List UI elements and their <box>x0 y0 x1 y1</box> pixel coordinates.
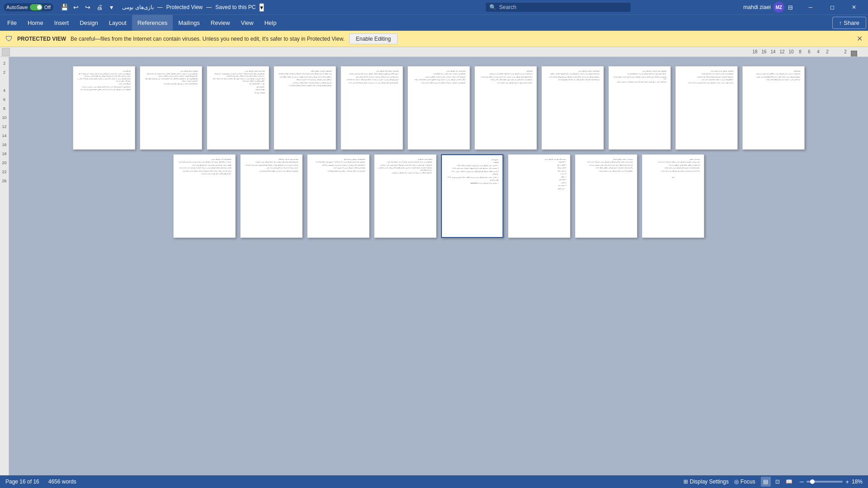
page-thumb-17[interactable]: پیوست الف: فهرست بازی‌های بومی ۱. الک دو… <box>508 154 570 238</box>
page-thumb-9[interactable]: فصل نهم: نقش خانواده در بازی‌های بومی خا… <box>608 66 671 150</box>
search-input[interactable] <box>499 4 627 10</box>
page-thumb-19[interactable]: پیوست ج: تصاویر در این پیوست تصاویری از … <box>642 154 704 238</box>
redo-btn[interactable]: ↪ <box>82 2 93 13</box>
page-thumb-18[interactable]: پیوست ب: نقشه پراکنش بازی‌ها در این پیوس… <box>575 154 637 238</box>
page-thumb-10[interactable]: فصل دهم: بازی‌های بومی و هویت ملی بازی‌ه… <box>675 66 738 150</box>
page-content-6: فصل ششم: تاثیر بازی‌های بومی بازی‌های بو… <box>408 66 470 149</box>
share-button[interactable]: ↑ Share <box>832 17 866 29</box>
window-controls: ─ ◻ ✕ <box>800 0 864 14</box>
menu-layout[interactable]: Layout <box>104 15 132 31</box>
user-avatar[interactable]: MZ <box>773 2 784 13</box>
page-thumb-3[interactable]: فصل سوم: اهمیت بازی‌های بومی بازی‌های بو… <box>207 66 269 150</box>
zoom-in-btn[interactable]: + <box>845 479 849 485</box>
print-btn[interactable]: 🖨 <box>94 2 105 13</box>
page-info: Page 16 of 16 <box>5 479 39 485</box>
search-section: 🔍 <box>374 3 744 12</box>
protected-view-bar: 🛡 PROTECTED VIEW Be careful—files from t… <box>0 31 868 47</box>
minimize-btn[interactable]: ─ <box>800 0 821 14</box>
user-initials: MZ <box>776 5 782 10</box>
user-info: mahdi ziaei MZ <box>743 2 784 13</box>
main-area: 2 2 4 6 8 10 12 14 16 18 20 22 26 بازی‌ه… <box>0 57 868 475</box>
zoom-out-btn[interactable]: ─ <box>800 479 804 485</box>
menu-home[interactable]: Home <box>22 15 49 31</box>
page-content-4: فصل چهارم: بازی‌ها در مناطق مختلف در هر … <box>274 66 336 149</box>
page-content-9: فصل نهم: نقش خانواده در بازی‌های بومی خا… <box>609 66 670 149</box>
page-thumb-13[interactable]: فصل سیزدهم: تجربیات بین‌المللی کشورهای م… <box>240 154 303 238</box>
page-thumb-1[interactable]: بازی‌های بومی بازی‌های بومی بخشی جدایی‌ن… <box>73 66 135 150</box>
close-btn[interactable]: ✕ <box>844 0 864 14</box>
page-thumb-11[interactable]: فصل یازدهم در این فصل به بررسی تاثیر باز… <box>742 66 805 150</box>
zoom-level: 18% <box>852 479 863 485</box>
customize-btn[interactable]: ▾ <box>106 2 117 13</box>
view-icons: ▤ ⊡ 📖 <box>761 477 794 487</box>
ruler-corner <box>2 48 10 56</box>
menu-help[interactable]: Help <box>259 15 282 31</box>
zoom-section: ─ + 18% <box>800 479 863 485</box>
user-name: mahdi ziaei <box>743 4 771 10</box>
pages-row-2: فصل دوازدهم: آینده بازی‌های بومی با توجه… <box>18 154 859 238</box>
web-layout-btn[interactable]: ⊡ <box>773 477 783 487</box>
menu-references[interactable]: References <box>132 15 173 31</box>
horizontal-ruler: 18 16 14 12 10 8 6 4 2 2 <box>0 47 868 57</box>
autosave-label: AutoSave <box>6 5 28 10</box>
page-thumb-2[interactable]: فصل دوم: انواع بازی‌های بومی بازی‌های بو… <box>140 66 202 150</box>
focus-section: ◎ Focus <box>734 479 755 485</box>
protected-label: PROTECTED VIEW <box>17 36 66 42</box>
word-count: 4656 words <box>48 479 76 485</box>
page-thumb-15[interactable]: فصل پانزدهم: نتیجه‌گیری بازی‌های بومی می… <box>374 154 436 238</box>
restore-btn[interactable]: ◻ <box>822 0 843 14</box>
print-layout-btn[interactable]: ▤ <box>761 477 771 487</box>
page-content-14: فصل چهاردهم: پژوهش و مستندسازی پژوهش و م… <box>308 155 369 237</box>
page-content-5: فصل پنجم: حفظ و احیاء بازی‌های بومی امرو… <box>341 66 403 149</box>
zoom-slider-thumb <box>810 479 815 484</box>
vertical-ruler: 2 2 4 6 8 10 12 14 16 18 20 22 26 <box>0 57 9 475</box>
page-thumb-14[interactable]: فصل چهاردهم: پژوهش و مستندسازی پژوهش و م… <box>307 154 370 238</box>
save-status-dropdown[interactable]: ▾ <box>259 3 264 12</box>
pages-row-1: بازی‌های بومی بازی‌های بومی بخشی جدایی‌ن… <box>18 66 859 150</box>
menu-insert[interactable]: Insert <box>49 15 75 31</box>
display-settings-label[interactable]: Display Settings <box>690 479 729 485</box>
autosave-toggle[interactable]: AutoSave Off <box>4 3 53 11</box>
page-content-12: فصل دوازدهم: آینده بازی‌های بومی با توجه… <box>174 155 235 237</box>
focus-label[interactable]: Focus <box>740 479 755 485</box>
page-thumb-6[interactable]: فصل ششم: تاثیر بازی‌های بومی بازی‌های بو… <box>408 66 470 150</box>
ruler-numbers: 18 16 14 12 10 8 6 4 2 2 <box>750 49 850 54</box>
display-settings-section: ⊞ Display Settings <box>683 479 729 485</box>
read-mode-btn[interactable]: 📖 <box>784 477 794 487</box>
title-bar: AutoSave Off 💾 ↩ ↪ 🖨 ▾ بازی‌های بومی — P… <box>0 0 868 14</box>
page-content-16: منابع و مآخذ الف) کتب ۱. احمدی، حسن. باز… <box>442 155 503 237</box>
page-thumb-16[interactable]: منابع و مآخذ الف) کتب ۱. احمدی، حسن. باز… <box>441 154 503 238</box>
page-thumb-4[interactable]: فصل چهارم: بازی‌ها در مناطق مختلف در هر … <box>274 66 336 150</box>
page-thumb-12[interactable]: فصل دوازدهم: آینده بازی‌های بومی با توجه… <box>173 154 236 238</box>
ribbon-display-btn[interactable]: ⊟ <box>788 4 793 11</box>
page-content-18: پیوست ب: نقشه پراکنش بازی‌ها در این پیوس… <box>575 155 637 237</box>
page-thumb-5[interactable]: فصل پنجم: حفظ و احیاء بازی‌های بومی امرو… <box>341 66 403 150</box>
focus-icon: ◎ <box>734 479 739 485</box>
menu-design[interactable]: Design <box>74 15 103 31</box>
page-content-3: فصل سوم: اهمیت بازی‌های بومی بازی‌های بو… <box>207 66 269 149</box>
page-thumb-7[interactable]: فصل هفتم در این فصل به بررسی بازی‌های بو… <box>474 66 537 150</box>
menu-mailings[interactable]: Mailings <box>173 15 205 31</box>
menu-view[interactable]: View <box>235 15 259 31</box>
save-icon-btn[interactable]: 💾 <box>59 2 70 13</box>
page-content-8: فصل هشتم: مقایسه بازی‌های بومی در این فص… <box>542 66 603 149</box>
menu-file[interactable]: File <box>2 15 22 31</box>
status-bar: Page 16 of 16 4656 words ⊞ Display Setti… <box>0 475 868 488</box>
enable-editing-button[interactable]: Enable Editing <box>349 33 398 44</box>
menu-review[interactable]: Review <box>205 15 236 31</box>
title-right-section: mahdi ziaei MZ ⊟ ─ ◻ ✕ <box>743 0 864 14</box>
undo-btn[interactable]: ↩ <box>71 2 81 13</box>
autosave-pill[interactable] <box>30 4 43 10</box>
page-content-11: فصل یازدهم در این فصل به بررسی تاثیر باز… <box>743 66 804 149</box>
status-right: ⊞ Display Settings ◎ Focus ▤ ⊡ 📖 ─ + 18% <box>683 477 863 487</box>
autosave-state: Off <box>44 5 51 10</box>
display-icon: ⊞ <box>683 479 688 485</box>
doc-info: بازی‌های بومی — Protected View — Saved t… <box>122 3 264 12</box>
protected-message: Be careful—files from the Internet can c… <box>71 36 345 42</box>
search-icon: 🔍 <box>489 4 496 10</box>
protected-bar-close[interactable]: ✕ <box>857 34 863 43</box>
page-thumb-8[interactable]: فصل هشتم: مقایسه بازی‌های بومی در این فص… <box>541 66 604 150</box>
page-content-13: فصل سیزدهم: تجربیات بین‌المللی کشورهای م… <box>241 155 302 237</box>
page-content-1: بازی‌های بومی بازی‌های بومی بخشی جدایی‌ن… <box>73 66 135 149</box>
zoom-slider[interactable] <box>806 481 843 483</box>
